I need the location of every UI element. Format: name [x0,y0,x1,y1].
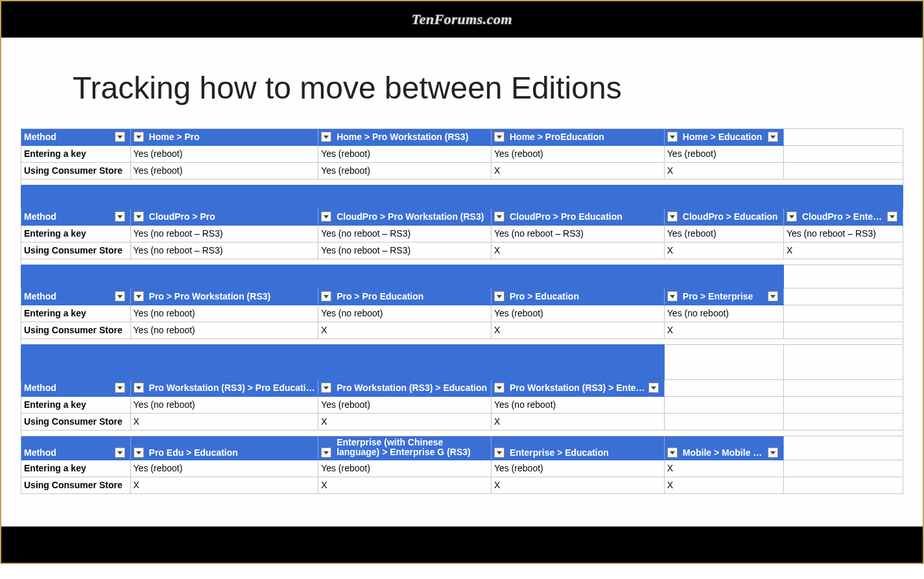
filter-icon[interactable] [768,291,778,301]
col-header[interactable]: CloudPro > Enterprise [783,209,903,226]
header-pad [21,265,784,289]
filter-icon[interactable] [321,383,331,393]
table-row: Using Consumer Store Yes (reboot) Yes (r… [21,163,903,180]
filter-icon[interactable] [115,447,125,458]
col-header[interactable]: Home > ProEducation [491,129,664,146]
filter-icon[interactable] [667,132,678,142]
data-cell: X [491,477,664,493]
data-cell: Yes (reboot) [664,226,783,242]
row-label: Entering a key [21,460,131,477]
data-cell: Yes (no reboot) [318,305,492,322]
filter-icon[interactable] [667,211,678,222]
table-row: Entering a key Yes (reboot) Yes (reboot)… [21,146,903,163]
empty-cell [783,345,903,380]
col-header[interactable]: Pro Edu > Education [130,436,318,460]
data-cell: X [664,460,783,477]
data-cell: X [130,477,318,493]
row-label: Using Consumer Store [21,163,131,180]
document-frame: TenForums.com Tracking how to move betwe… [0,0,924,564]
filter-icon[interactable] [134,447,144,458]
col-header[interactable]: Pro Workstation (RS3) > Pro Education [130,380,318,397]
filter-icon[interactable] [321,211,331,222]
data-cell: X [491,414,664,431]
col-method[interactable]: Method [21,380,131,397]
bottom-letterbox [1,526,923,563]
data-cell: Yes (reboot) [318,460,492,477]
filter-icon[interactable] [768,447,778,458]
row-label: Entering a key [21,397,131,414]
data-cell: Yes (no reboot – RS3) [318,226,492,242]
filter-icon[interactable] [494,291,504,301]
data-cell: Yes (reboot) [491,460,664,477]
filter-icon[interactable] [787,211,797,222]
col-header[interactable]: Home > Pro [130,129,318,146]
filter-icon[interactable] [667,291,678,301]
data-cell: X [130,414,318,431]
filter-icon[interactable] [321,291,331,301]
data-cell: X [318,414,492,431]
filter-icon[interactable] [134,383,144,393]
filter-icon[interactable] [768,132,778,142]
col-header[interactable]: Home > Education [664,129,783,146]
table-header-row: Method CloudPro > Pro CloudPro > Pro Wor… [21,209,903,226]
data-cell: Yes (reboot) [318,397,492,414]
table-row: Using Consumer Store X X X [21,414,903,431]
col-header[interactable]: CloudPro > Pro Workstation (RS3) [318,209,492,226]
empty-cell [783,380,903,397]
filter-icon[interactable] [134,132,144,142]
data-cell: X [783,242,903,259]
filter-icon[interactable] [667,447,678,458]
filter-icon[interactable] [494,383,504,393]
col-method[interactable]: Method [21,436,131,460]
filter-icon[interactable] [494,211,504,222]
col-header[interactable]: CloudPro > Pro Education [491,209,664,226]
col-header[interactable]: Pro > Enterprise [664,289,783,305]
data-cell: X [664,163,783,180]
col-header[interactable]: Pro > Education [491,289,664,305]
empty-cell [664,380,783,397]
filter-icon[interactable] [115,132,125,142]
col-header[interactable]: Enterprise (with Chinese language) > Ent… [318,436,492,460]
col-header[interactable]: Mobile > Mobile Ent [664,436,783,460]
col-header[interactable]: Enterprise > Education [491,436,664,460]
empty-cell [783,436,903,460]
col-header[interactable]: Pro > Pro Education [318,289,492,305]
col-header[interactable]: Pro > Pro Workstation (RS3) [130,289,318,305]
table-row: Using Consumer Store Yes (no reboot – RS… [21,242,903,259]
row-label: Entering a key [21,305,131,322]
row-label: Using Consumer Store [21,477,131,493]
filter-icon[interactable] [648,383,659,393]
data-cell: Yes (no reboot) [664,305,783,322]
filter-icon[interactable] [494,132,504,142]
col-header[interactable]: CloudPro > Pro [130,209,318,226]
empty-cell [783,289,903,305]
slide-body: Tracking how to move between Editions Me… [1,38,923,526]
filter-icon[interactable] [115,383,125,393]
col-method[interactable]: Method [21,209,131,226]
data-cell: Yes (no reboot) [130,397,318,414]
data-cell: Yes (no reboot – RS3) [130,242,318,259]
col-header[interactable]: Pro Workstation (RS3) > Education [318,380,492,397]
filter-icon[interactable] [321,132,331,142]
filter-icon[interactable] [115,291,125,301]
col-method[interactable]: Method [21,129,131,146]
empty-cell [783,322,903,339]
filter-icon[interactable] [494,447,504,458]
table-row: Using Consumer Store Yes (no reboot) X X… [21,322,903,339]
data-cell: Yes (reboot) [130,146,318,163]
data-cell: Yes (reboot) [130,460,318,477]
col-header[interactable]: Home > Pro Workstation (RS3) [318,129,492,146]
col-header[interactable]: CloudPro > Education [664,209,783,226]
col-header[interactable]: Pro Workstation (RS3) > Enterprise [491,380,664,397]
row-label: Using Consumer Store [21,322,131,339]
col-method[interactable]: Method [21,289,131,305]
filter-icon[interactable] [134,291,144,301]
filter-icon[interactable] [887,211,897,222]
data-cell: Yes (reboot) [318,163,492,180]
filter-icon[interactable] [115,211,125,222]
data-cell: X [491,163,664,180]
data-cell: Yes (no reboot – RS3) [130,226,318,242]
table-row: Using Consumer Store X X X X [21,477,903,493]
filter-icon[interactable] [134,211,144,222]
filter-icon[interactable] [321,447,331,458]
